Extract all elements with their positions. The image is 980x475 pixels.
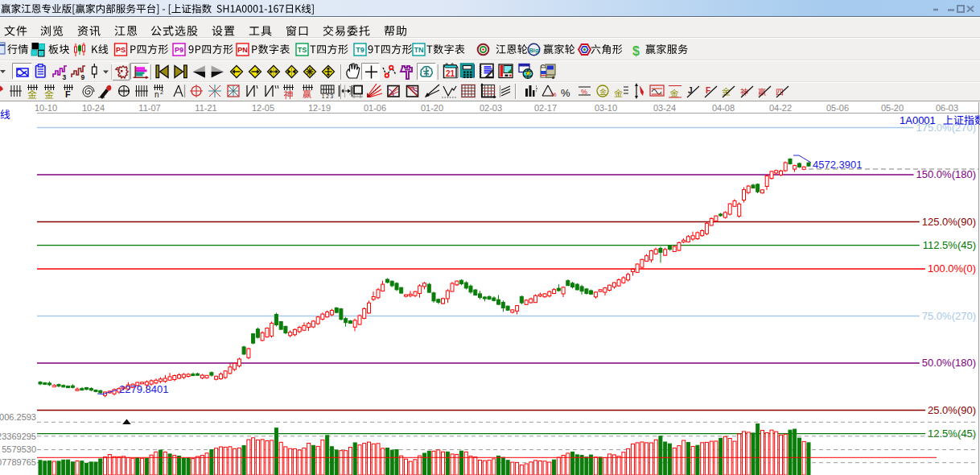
svg-text:10-24: 10-24 [82, 103, 105, 113]
svg-text:PS: PS [116, 46, 126, 54]
svg-text:F: F [706, 86, 710, 95]
svg-text:112.5%(45): 112.5%(45) [923, 239, 976, 251]
svg-text:%: % [581, 88, 587, 96]
svg-text:12-05: 12-05 [252, 103, 274, 113]
svg-text:PN: PN [237, 46, 248, 54]
svg-text:1 2 3: 1 2 3 [322, 93, 334, 99]
svg-text:04-08: 04-08 [712, 103, 735, 113]
svg-text:75.0%(270): 75.0%(270) [922, 310, 976, 322]
svg-text:50.0%(180): 50.0%(180) [922, 357, 976, 369]
svg-text:05-20: 05-20 [881, 103, 904, 113]
svg-text:125.0%(90): 125.0%(90) [922, 216, 976, 228]
svg-text:11-21: 11-21 [195, 103, 216, 113]
svg-text:4572.3901: 4572.3901 [813, 159, 862, 171]
svg-text:F: F [65, 89, 71, 99]
svg-text:01-20: 01-20 [421, 103, 443, 113]
svg-text:04-22: 04-22 [769, 103, 792, 113]
svg-text:%: % [550, 91, 556, 98]
svg-text:TS: TS [298, 46, 307, 54]
svg-text:9: 9 [81, 73, 85, 81]
svg-text:02-03: 02-03 [480, 103, 502, 113]
svg-text:05-06: 05-06 [826, 103, 849, 113]
svg-text:100.0%(0): 100.0%(0) [928, 262, 976, 275]
svg-text:$: $ [632, 44, 640, 58]
svg-text:2279.8401: 2279.8401 [119, 383, 168, 395]
svg-text:11-07: 11-07 [138, 103, 160, 113]
svg-text:10-10: 10-10 [35, 103, 57, 113]
svg-text:12.5%(45): 12.5%(45) [928, 428, 976, 440]
svg-text:2: 2 [160, 89, 163, 95]
svg-text:21: 21 [446, 69, 455, 78]
svg-text:06-03: 06-03 [936, 103, 958, 113]
svg-text:n: n [154, 90, 159, 99]
svg-text:006.2593: 006.2593 [0, 412, 36, 422]
svg-text:P9: P9 [175, 46, 183, 54]
svg-text:3: 3 [63, 73, 67, 81]
svg-text:%: % [561, 87, 570, 99]
svg-text:23369295: 23369295 [0, 432, 36, 441]
svg-text:T9: T9 [356, 46, 364, 54]
svg-text:12-19: 12-19 [308, 103, 331, 113]
svg-text:01-06: 01-06 [364, 103, 386, 113]
svg-text:03-10: 03-10 [595, 103, 617, 113]
svg-text:5579530: 5579530 [2, 444, 36, 454]
svg-text:25.0%(90): 25.0%(90) [928, 404, 976, 416]
svg-text:Big: Big [529, 47, 539, 54]
svg-text:150.0%(180): 150.0%(180) [916, 168, 976, 180]
svg-text:1A0001: 1A0001 [900, 114, 936, 126]
svg-text:07789765: 07789765 [0, 457, 36, 467]
svg-text:TN: TN [414, 46, 424, 54]
svg-text:03-24: 03-24 [653, 103, 676, 113]
svg-text:02-17: 02-17 [534, 103, 557, 113]
